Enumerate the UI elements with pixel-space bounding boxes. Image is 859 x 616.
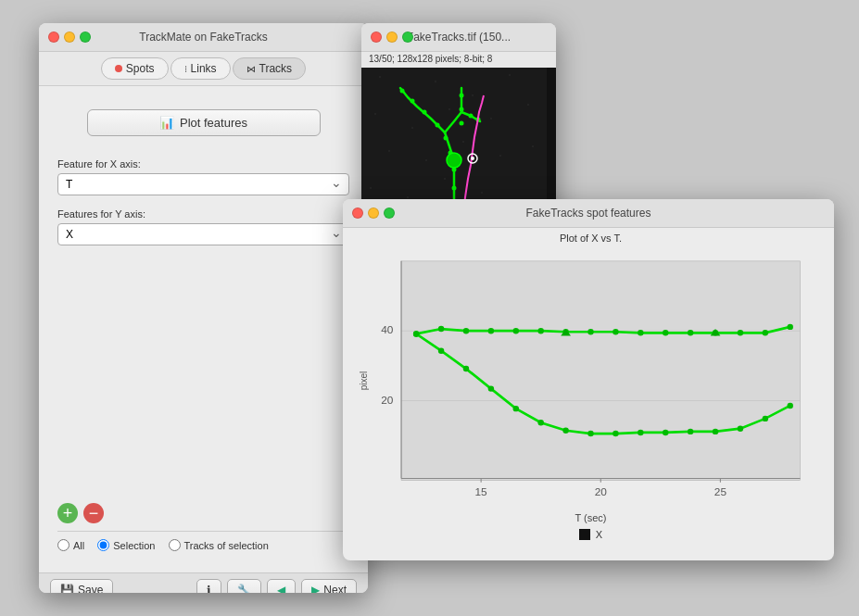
y-axis-label: Features for Y axis: <box>57 208 349 220</box>
svg-point-69 <box>513 406 519 411</box>
svg-point-67 <box>463 366 469 371</box>
svg-point-13 <box>462 141 464 143</box>
svg-point-59 <box>663 330 668 335</box>
radio-selection-label: Selection <box>113 540 155 551</box>
svg-point-7 <box>411 127 413 129</box>
next-button[interactable]: ▶ Next <box>301 579 357 593</box>
add-button[interactable]: + <box>57 503 78 523</box>
svg-point-54 <box>537 328 543 333</box>
svg-text:20: 20 <box>595 485 608 498</box>
trackmate-title: TrackMate on FakeTracks <box>48 31 359 44</box>
maximize-button[interactable] <box>80 31 91 43</box>
save-label: Save <box>78 584 103 593</box>
svg-point-9 <box>490 118 492 119</box>
svg-point-1 <box>379 76 381 78</box>
svg-point-31 <box>460 107 464 112</box>
plot-content: Plot of X vs T. pixel 40 20 15 20 25 <box>343 228 834 558</box>
remove-button[interactable]: − <box>83 503 104 523</box>
image-maximize-button[interactable] <box>402 31 413 43</box>
image-info: 13/50; 128x128 pixels; 8-bit; 8 <box>361 52 556 68</box>
plot-title: FakeTracks spot features <box>352 207 825 220</box>
svg-point-29 <box>400 89 405 94</box>
legend-color-box <box>579 529 590 540</box>
footer-bar: 💾 Save ℹ 🔧 ◀ ▶ Next <box>39 572 368 593</box>
settings-button[interactable]: 🔧 <box>227 579 261 593</box>
radio-all[interactable]: All <box>57 539 84 551</box>
close-button[interactable] <box>48 31 59 43</box>
svg-point-72 <box>587 431 593 436</box>
svg-point-18 <box>444 178 446 180</box>
image-window: FakeTracks.tif (150... 13/50; 128x128 pi… <box>361 23 556 222</box>
plot-icon: 📊 <box>159 116 174 130</box>
tab-tracks[interactable]: ⋈ Tracks <box>233 57 307 80</box>
svg-point-65 <box>413 331 419 336</box>
plot-minimize-button[interactable] <box>368 207 379 219</box>
svg-point-33 <box>469 114 474 119</box>
plot-subtitle: Plot of X vs T. <box>361 233 820 244</box>
svg-point-16 <box>370 187 372 189</box>
image-traffic-lights <box>371 31 413 43</box>
image-titlebar: FakeTracks.tif (150... <box>361 23 556 52</box>
info-button[interactable]: ℹ <box>196 579 221 593</box>
plot-close-button[interactable] <box>352 207 363 219</box>
image-close-button[interactable] <box>371 31 382 43</box>
back-button[interactable]: ◀ <box>267 579 296 593</box>
svg-point-63 <box>763 330 768 335</box>
chart-svg: 40 20 15 20 25 <box>361 251 820 510</box>
tab-links[interactable]: ⁝ Links <box>171 57 231 80</box>
svg-point-77 <box>713 429 718 434</box>
footer-right: ℹ 🔧 ◀ ▶ Next <box>196 579 357 593</box>
svg-point-80 <box>787 403 792 409</box>
svg-rect-36 <box>401 261 800 481</box>
svg-point-79 <box>763 416 768 421</box>
image-minimize-button[interactable] <box>386 31 398 43</box>
y-axis-dropdown[interactable]: X <box>57 223 349 245</box>
plot-titlebar: FakeTracks spot features <box>343 199 834 228</box>
svg-point-66 <box>438 347 444 353</box>
svg-point-6 <box>374 113 376 115</box>
svg-point-53 <box>513 328 519 333</box>
next-label: Next <box>323 584 347 593</box>
svg-point-50 <box>438 326 444 332</box>
svg-point-10 <box>527 104 529 106</box>
save-icon: 💾 <box>60 584 74 593</box>
svg-point-71 <box>562 428 568 434</box>
svg-point-58 <box>638 330 643 335</box>
tab-links-label: Links <box>191 62 217 75</box>
svg-point-35 <box>471 157 474 160</box>
radio-group: All Selection Tracks of selection <box>57 531 349 559</box>
minimize-button[interactable] <box>64 31 75 43</box>
y-axis-dropdown-wrapper: X <box>57 223 349 245</box>
radio-tracks-label: Tracks of selection <box>184 540 269 551</box>
svg-text:15: 15 <box>475 485 488 498</box>
x-axis-dropdown[interactable]: T <box>57 173 349 195</box>
svg-text:25: 25 <box>714 485 727 498</box>
svg-point-74 <box>638 430 643 435</box>
trackmate-window: TrackMate on FakeTracks Spots ⁝ Links ⋈ … <box>39 23 368 593</box>
tracks-icon: ⋈ <box>246 64 256 74</box>
x-axis-label-text: T (sec) <box>361 512 820 523</box>
plot-features-button[interactable]: 📊 Plot features <box>87 109 321 136</box>
x-axis-label: Feature for X axis: <box>57 158 349 170</box>
svg-point-56 <box>587 329 593 334</box>
svg-point-11 <box>388 150 390 152</box>
svg-point-28 <box>411 99 415 104</box>
svg-point-78 <box>738 425 743 431</box>
x-axis-dropdown-wrapper: T <box>57 173 349 195</box>
plot-legend: X <box>361 523 820 542</box>
tab-tracks-label: Tracks <box>259 62 293 75</box>
radio-selection[interactable]: Selection <box>97 539 155 551</box>
svg-point-19 <box>481 192 483 194</box>
radio-tracks-selection[interactable]: Tracks of selection <box>169 539 269 551</box>
svg-point-32 <box>460 94 464 98</box>
svg-point-76 <box>688 429 693 434</box>
radio-all-label: All <box>73 540 84 551</box>
svg-point-70 <box>537 420 543 425</box>
save-button[interactable]: 💾 Save <box>50 579 113 593</box>
svg-point-3 <box>435 81 436 82</box>
svg-point-60 <box>688 330 693 335</box>
bottom-controls: + − <box>57 496 349 531</box>
tab-spots[interactable]: Spots <box>101 57 169 80</box>
plot-maximize-button[interactable] <box>384 207 395 219</box>
svg-point-8 <box>448 108 450 110</box>
